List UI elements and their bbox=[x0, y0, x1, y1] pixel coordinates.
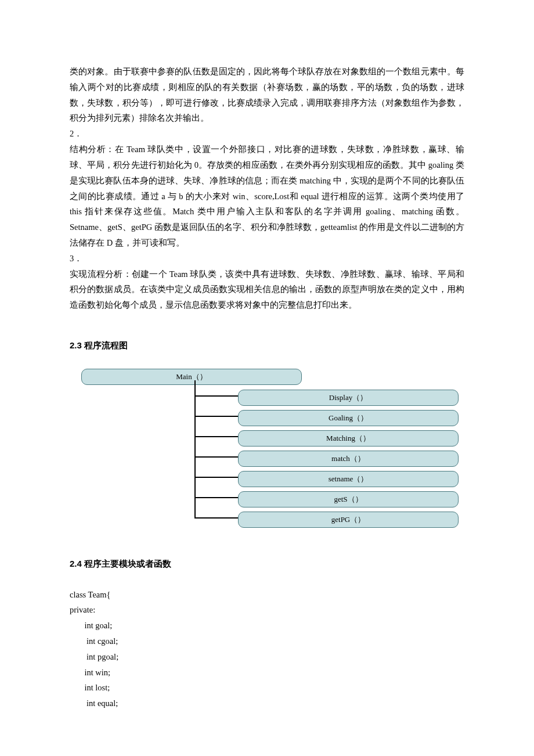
connector-h-1 bbox=[194, 416, 238, 417]
node-match: match（） bbox=[238, 451, 459, 467]
paragraph-2: 结构分析：在 Team 球队类中，设置一个外部接口，对比赛的进球数，失球数，净胜… bbox=[70, 142, 464, 251]
connector-h-2 bbox=[194, 436, 238, 437]
node-gets: getS（） bbox=[238, 491, 459, 507]
code-line: int cgoal; bbox=[70, 633, 464, 649]
flowchart: Main（） Display（） Goaling（） Matching（） ma… bbox=[70, 369, 464, 531]
node-getpg: getPG（） bbox=[238, 512, 459, 528]
heading-2-4: 2.4 程序主要模块或者函数 bbox=[70, 556, 464, 572]
node-display: Display（） bbox=[238, 390, 459, 406]
node-main: Main（） bbox=[81, 369, 302, 385]
paragraph-3: 实现流程分析：创建一个 Team 球队类，该类中具有进球数、失球数、净胜球数、赢… bbox=[70, 267, 464, 313]
code-line: class Team{ bbox=[70, 587, 464, 603]
section-3-num: 3． bbox=[70, 251, 464, 267]
node-goaling: Goaling（） bbox=[238, 410, 459, 426]
code-line: int equal; bbox=[70, 696, 464, 711]
code-line: private: bbox=[70, 602, 464, 618]
page: 类的对象。由于联赛中参赛的队伍数是固定的，因此将每个球队存放在对象数组的一个数组… bbox=[0, 0, 534, 756]
code-line: int pgoal; bbox=[70, 649, 464, 665]
paragraph-1: 类的对象。由于联赛中参赛的队伍数是固定的，因此将每个球队存放在对象数组的一个数组… bbox=[70, 64, 464, 126]
code-line: int goal; bbox=[70, 618, 464, 633]
node-matching: Matching（） bbox=[238, 430, 459, 447]
diagram-canvas: Main（） Display（） Goaling（） Matching（） ma… bbox=[75, 369, 459, 531]
section-2-num: 2． bbox=[70, 126, 464, 142]
connector-h-6 bbox=[194, 517, 238, 519]
connector-h-0 bbox=[194, 395, 238, 397]
heading-2-3: 2.3 程序流程图 bbox=[70, 337, 464, 354]
code-line: int lost; bbox=[70, 680, 464, 696]
code-line: int win; bbox=[70, 665, 464, 681]
connector-h-4 bbox=[194, 477, 238, 478]
code-block: class Team{ private: int goal; int cgoal… bbox=[70, 587, 464, 712]
node-setname: setname（） bbox=[238, 471, 459, 487]
connector-h-5 bbox=[194, 497, 238, 498]
connector-h-3 bbox=[194, 456, 238, 458]
